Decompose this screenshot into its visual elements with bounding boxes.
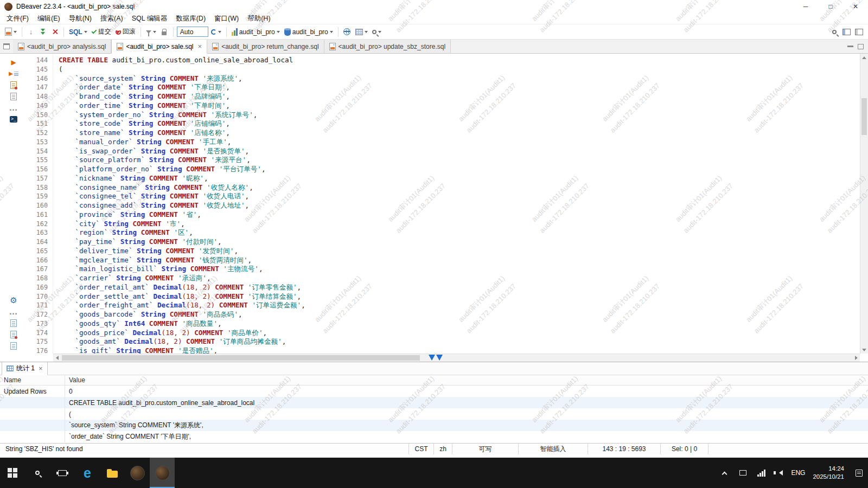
explain-plan-button[interactable] (6, 79, 21, 91)
close-tab-icon[interactable]: × (198, 42, 202, 50)
results-panel: 统计 1 × Name Value Updated Rows0CREATE TA… (0, 362, 868, 443)
clock-date: 2025/10/21 (813, 473, 844, 481)
menu-item[interactable]: 数据库(D) (171, 14, 210, 24)
task-view-button[interactable] (50, 458, 75, 488)
down-arrow-icon: ↓ (29, 28, 33, 36)
sql-search-button[interactable] (371, 26, 383, 38)
commit-button[interactable]: 提交 (90, 26, 113, 38)
maximize-view-icon[interactable] (858, 44, 864, 49)
sql-menu-button[interactable]: SQL (67, 26, 89, 38)
editor-tab[interactable]: <audit_bi_pro> sale.sql× (111, 40, 207, 54)
result-row[interactable]: ( (0, 408, 868, 420)
settings-button[interactable]: ⚙ (6, 294, 21, 306)
chevron-down-icon (218, 31, 221, 33)
tab-statistics[interactable]: 统计 1 × (2, 362, 48, 375)
code-area[interactable]: CREATE TABLE audit_bi_pro.custom_online_… (53, 54, 860, 354)
execute-statement-button[interactable]: ▶ (6, 56, 21, 68)
open-console-button[interactable]: >_ (6, 113, 21, 125)
network-button[interactable] (342, 26, 353, 38)
error-log-button[interactable] (6, 329, 21, 340)
scrollbar-thumb[interactable] (62, 355, 420, 361)
result-doc-button[interactable] (6, 340, 21, 351)
chevron-down-icon (330, 31, 333, 33)
code-line: `order_freight_amt` Decimal(18, 2) COMME… (59, 301, 860, 310)
editor-tab[interactable]: <audit_bi_pro> update_sbz_store.sql (324, 40, 451, 54)
readonly-button[interactable] (159, 26, 170, 38)
close-button[interactable]: ✕ (843, 0, 868, 13)
status-cell: 可写 (452, 444, 518, 454)
execute-pending-button[interactable] (37, 26, 48, 38)
filter-icon (146, 30, 151, 34)
scrollbar-thumb[interactable] (861, 98, 867, 135)
result-row[interactable]: CREATE TABLE audit_bi_pro.custom_online_… (0, 397, 868, 408)
minimize-button[interactable]: ─ (793, 0, 818, 13)
refresh-button[interactable] (209, 26, 223, 38)
tray-volume-button[interactable] (770, 458, 789, 488)
scroll-right-icon[interactable] (852, 354, 860, 362)
column-header-name[interactable]: Name (0, 375, 65, 385)
code-line: `order_date` String COMMENT '下单日期', (59, 83, 860, 92)
menu-item[interactable]: SQL 编辑器 (127, 14, 172, 24)
tray-expand-button[interactable] (715, 458, 733, 488)
file-explorer-button[interactable] (100, 458, 125, 488)
result-row[interactable]: Updated Rows0 (0, 386, 868, 397)
perspective-button[interactable] (841, 26, 852, 38)
layout-button[interactable] (853, 26, 865, 38)
line-number: 156 (27, 165, 53, 174)
chevron-up-icon (722, 471, 727, 477)
menu-item[interactable]: 文件(F) (2, 14, 33, 24)
code-line: `order_retail_amt` Decimal(18, 2) COMMEN… (59, 283, 860, 292)
editor-tab[interactable]: <audit_bi_pro> return_change.sql (207, 40, 324, 54)
result-row[interactable]: `order_date` String COMMENT '下单日期', (0, 431, 868, 442)
notification-center-button[interactable] (850, 458, 868, 488)
vertical-scrollbar[interactable] (860, 54, 868, 354)
menu-item[interactable]: 窗口(W) (210, 14, 243, 24)
window-title: DBeaver 22.3.4 - <audit_bi_pro> sale.sql (16, 3, 135, 10)
close-icon[interactable]: × (39, 364, 43, 373)
taskbar-search-button[interactable] (25, 458, 50, 488)
more-actions-button[interactable]: … (6, 102, 21, 113)
export-button[interactable] (354, 26, 369, 38)
rollback-button[interactable]: 回滚 (114, 26, 137, 38)
execute-script-button[interactable]: ▶ (6, 68, 21, 79)
browser-button[interactable]: e (75, 458, 100, 488)
language-indicator[interactable]: ENG (789, 458, 807, 488)
result-cell-value: `source_system` String COMMENT '来源系统', (65, 420, 868, 431)
minimize-view-icon[interactable] (847, 46, 853, 47)
datasource-selector[interactable]: audit_bi_pro (230, 26, 282, 38)
scroll-up-icon[interactable] (860, 54, 868, 61)
more-options-button[interactable]: … (6, 306, 21, 317)
code-line: CREATE TABLE audit_bi_pro.custom_online_… (59, 56, 860, 65)
editor-tab[interactable]: <audit_bi_pro> analysis.sql (13, 40, 111, 54)
restore-view-icon[interactable] (3, 43, 10, 49)
menu-item[interactable]: 导航(N) (65, 14, 96, 24)
output-log-button[interactable] (6, 317, 21, 329)
auto-refresh-input[interactable] (177, 27, 208, 37)
result-row[interactable]: `source_system` String COMMENT '来源系统', (0, 420, 868, 431)
cancel-button[interactable] (49, 26, 60, 38)
menu-item[interactable]: 帮助(H) (243, 14, 275, 24)
taskbar-clock[interactable]: 14:24 2025/10/21 (807, 458, 850, 488)
new-sql-editor-button[interactable] (3, 26, 18, 38)
start-button[interactable] (0, 458, 25, 488)
line-number: 149 (27, 101, 53, 111)
filter-button[interactable] (144, 26, 158, 38)
schema-selector[interactable]: audit_bi_pro (283, 26, 335, 38)
fetch-button[interactable]: ↓ (25, 26, 36, 38)
script-text-button[interactable] (6, 91, 21, 102)
menu-item[interactable]: 编辑(E) (33, 14, 65, 24)
tray-display-button[interactable] (733, 458, 752, 488)
scroll-down-icon[interactable] (860, 346, 868, 354)
scroll-left-icon[interactable] (53, 354, 61, 362)
results-header: Name Value (0, 375, 868, 386)
status-message: String 'SBZ_HIS' not found (0, 444, 88, 454)
tray-network-button[interactable] (752, 458, 770, 488)
quick-access-search-button[interactable] (829, 26, 840, 38)
column-header-value[interactable]: Value (65, 375, 868, 385)
maximize-button[interactable]: □ (818, 0, 843, 13)
horizontal-scrollbar[interactable] (53, 354, 860, 362)
dbeaver-taskbar-button-active[interactable] (150, 458, 175, 488)
dbeaver-taskbar-button[interactable] (125, 458, 150, 488)
task-view-icon (58, 470, 67, 476)
menu-item[interactable]: 搜索(A) (96, 14, 127, 24)
